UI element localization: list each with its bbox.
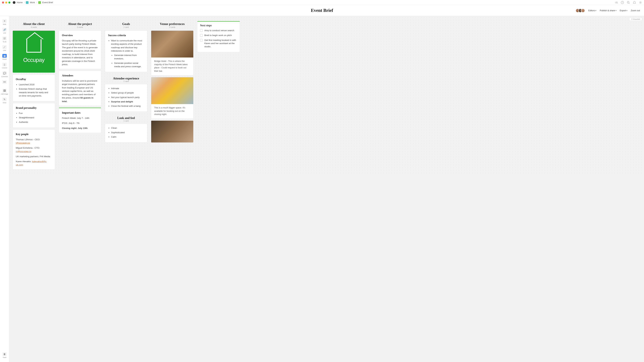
- gear-icon[interactable]: [639, 1, 642, 4]
- tool-board[interactable]: ▦Board: [1, 53, 8, 61]
- email-link[interactable]: t@occupay.co: [16, 142, 30, 144]
- card-title: Brand personality: [16, 106, 52, 110]
- tool-trash[interactable]: 🗑Trash: [1, 351, 8, 359]
- folder-icon[interactable]: [26, 1, 28, 4]
- chevron-down-icon: ▾: [596, 10, 596, 11]
- list-item: Calm: [111, 135, 144, 139]
- card-attendee-exp[interactable]: Intimate Select group of people Not your…: [105, 84, 147, 112]
- card-caption: Bridge Hotel - This is where the majorit…: [151, 57, 193, 75]
- section-meta: 1 card: [105, 120, 147, 122]
- card-brand[interactable]: Brand personality Fun Straightforward Au…: [12, 103, 55, 128]
- tool-more[interactable]: •••: [1, 79, 8, 85]
- export-button[interactable]: Export▾: [620, 9, 628, 12]
- board-icon: ▦: [2, 54, 7, 58]
- card-title: Overview: [62, 33, 98, 37]
- email-link[interactable]: m@occupay.co: [16, 150, 31, 153]
- venue-image: [151, 121, 193, 143]
- tool-comment[interactable]: 💬Comment: [1, 70, 8, 78]
- tool-draw[interactable]: ✎Draw: [1, 97, 8, 105]
- card-dates[interactable]: Important dates Fintech Week: July 7 - 1…: [59, 108, 101, 133]
- card-title: Important dates: [62, 111, 98, 115]
- device-icon[interactable]: 21: [615, 1, 618, 4]
- logo-text: Occupay: [23, 56, 44, 64]
- column-about-project[interactable]: About the project 3 cards Overview Occup…: [59, 21, 101, 133]
- breadcrumb-work[interactable]: Work: [30, 1, 35, 4]
- column-meta: 3 cards: [59, 26, 101, 28]
- list-item: Close the festival with a bang: [111, 104, 144, 108]
- tool-add-image[interactable]: 🖼Add image: [1, 88, 8, 96]
- device-count: 21: [616, 1, 618, 4]
- list-item: Fun: [19, 112, 52, 115]
- card-venue-2[interactable]: This is a much bigger space. It's availa…: [151, 77, 194, 119]
- tool-note[interactable]: ≡Note: [1, 18, 8, 26]
- minimize-window-icon[interactable]: [5, 1, 7, 3]
- board-canvas[interactable]: About the client 4 cards Occupay OccuPay…: [9, 16, 644, 175]
- tool-todo[interactable]: ☑To-do: [1, 35, 8, 44]
- search-icon[interactable]: [627, 1, 630, 4]
- checkbox-icon[interactable]: [200, 39, 203, 41]
- list-item: Not your typical launch party: [111, 96, 144, 99]
- close-window-icon[interactable]: [2, 1, 4, 3]
- tool-line[interactable]: ／Line: [1, 44, 8, 52]
- column-title: About the project: [59, 22, 101, 26]
- card-line: Fintech Week: July 7 - 14th: [62, 117, 98, 120]
- card-title: Attendees: [62, 74, 98, 78]
- publish-button[interactable]: Publish & share▾: [600, 9, 616, 12]
- breadcrumb-home[interactable]: Home: [17, 1, 23, 4]
- card-people[interactable]: Key people Thomas Lõhmus - CEO: t@occupa…: [12, 129, 55, 170]
- header: Event Brief Editors▾ Publish & share▾ Ex…: [0, 5, 644, 16]
- tool-column[interactable]: ▯Column: [1, 62, 8, 70]
- line-icon: ／: [2, 45, 7, 49]
- card-success[interactable]: Success criteria Want to communicate the…: [105, 30, 147, 72]
- zoom-out-button[interactable]: Zoom out: [631, 9, 640, 12]
- card-title: OccuPay: [16, 77, 52, 81]
- column-icon: ▯: [2, 63, 7, 66]
- column-goals[interactable]: Goals 1 card Success criteria Want to co…: [105, 21, 147, 143]
- todo-item[interactable]: Brett to begin work on pitch: [200, 34, 237, 37]
- list-item: Estonian fintech startup that rewards te…: [19, 87, 52, 98]
- card-venue-1[interactable]: Bridge Hotel - This is where the majorit…: [151, 30, 194, 75]
- card-venue-3[interactable]: [151, 121, 194, 143]
- bell-icon[interactable]: [633, 1, 636, 4]
- help-icon[interactable]: ?: [621, 1, 624, 4]
- unsorted-pill[interactable]: 0 Unsorted: [629, 17, 642, 21]
- card-attendees[interactable]: Attendees Invitations will be sent to pr…: [59, 71, 101, 106]
- svg-text:?: ?: [622, 1, 623, 3]
- chevron-down-icon: ▾: [626, 10, 628, 11]
- section-title: Attendee experience: [105, 77, 147, 80]
- editors-button[interactable]: Editors▾: [588, 9, 596, 12]
- card-title: Key people: [16, 132, 52, 136]
- checkbox-icon[interactable]: [200, 29, 203, 32]
- svg-point-5: [640, 2, 641, 3]
- home-icon[interactable]: [13, 1, 16, 4]
- next-steps-panel[interactable]: Next steps Amy to conduct venue search B…: [197, 21, 240, 52]
- maximize-window-icon[interactable]: [8, 1, 10, 3]
- list-item: Launched 2018: [19, 83, 52, 86]
- card-caption: This is a much bigger space. It's availa…: [151, 104, 193, 119]
- todo-label: Get first meeting booked in with Karen a…: [204, 39, 237, 48]
- panel-title: Next steps: [200, 24, 237, 27]
- checkbox-icon[interactable]: [200, 34, 203, 37]
- card-body: Invitations will be sent to prominent an…: [62, 79, 98, 103]
- card-logo[interactable]: Occupay: [12, 30, 55, 73]
- breadcrumb: Home / Work / Event Brief: [13, 1, 53, 4]
- breadcrumb-brief[interactable]: Event Brief: [42, 1, 53, 4]
- column-venue[interactable]: Venue preferences 3 cards Bridge Hotel -…: [151, 21, 194, 143]
- list-item: Clean: [111, 126, 144, 130]
- column-title: Venue preferences: [151, 22, 194, 26]
- todo-item[interactable]: Amy to conduct venue search: [200, 29, 237, 32]
- list-item: Straightforward: [19, 116, 52, 119]
- todo-item[interactable]: Get first meeting booked in with Karen a…: [200, 39, 237, 48]
- card-occupay[interactable]: OccuPay Launched 2018 Estonian fintech s…: [12, 74, 55, 101]
- folder-icon[interactable]: [38, 1, 41, 4]
- left-toolbar: ≡Note 🔗Link ☑To-do ／Line ▦Board ▯Column …: [0, 16, 9, 362]
- column-about-client[interactable]: About the client 4 cards Occupay OccuPay…: [12, 21, 55, 170]
- occupay-logo-icon: [26, 39, 42, 53]
- list-item: Sophisticated: [111, 131, 144, 134]
- column-meta: 4 cards: [12, 26, 55, 28]
- card-overview[interactable]: Overview Occupay will be throwing a priv…: [59, 30, 101, 69]
- card-look-feel[interactable]: Clean Sophisticated Calm: [105, 124, 147, 143]
- trash-icon: 🗑: [2, 352, 7, 356]
- tool-link[interactable]: 🔗Link: [1, 27, 8, 35]
- editor-avatars[interactable]: [576, 8, 585, 12]
